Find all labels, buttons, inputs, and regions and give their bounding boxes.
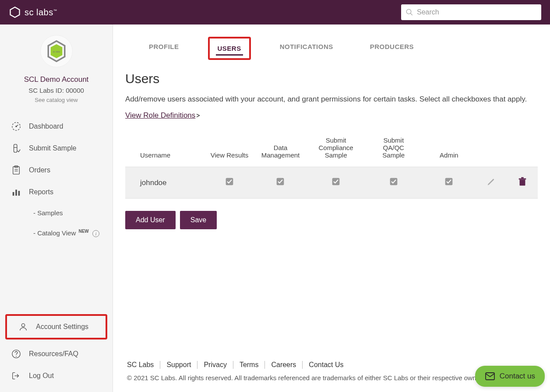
users-table: Username View Results Data Management Su…	[125, 132, 538, 199]
footer-link-privacy[interactable]: Privacy	[197, 361, 233, 369]
view-role-definitions-link[interactable]: View Role Definitions	[125, 111, 195, 120]
svg-text:sc labs: sc labs	[53, 50, 60, 53]
page-description: Add/remove users associated with your ac…	[125, 93, 538, 105]
button-row: Add User Save	[125, 211, 538, 229]
help-icon	[11, 349, 21, 359]
mail-icon	[485, 371, 495, 382]
col-admin: Admin	[423, 132, 476, 167]
col-data-mgmt: Data Management	[254, 132, 307, 167]
nav-account-settings-label: Account Settings	[36, 323, 88, 331]
new-badge: NEW	[78, 229, 88, 234]
svg-marker-0	[11, 7, 20, 17]
svg-point-1	[406, 9, 411, 14]
nav-resources-label: Resources/FAQ	[29, 350, 78, 358]
col-username: Username	[125, 132, 205, 167]
vial-icon	[11, 144, 21, 153]
svg-rect-9	[14, 144, 17, 152]
search-icon	[405, 8, 413, 16]
nav-reports[interactable]: Reports	[0, 181, 113, 203]
header: sc labs™	[0, 0, 550, 24]
edit-icon[interactable]	[487, 177, 496, 186]
see-catalog-view-link[interactable]: See catalog view	[7, 97, 106, 103]
footer-link-contact[interactable]: Contact Us	[303, 361, 349, 369]
search-container	[401, 4, 541, 20]
avatar-hex-icon: sc labs	[46, 40, 67, 62]
clipboard-icon	[11, 165, 21, 175]
search-input[interactable]	[401, 4, 541, 20]
footer-link-terms[interactable]: Terms	[233, 361, 265, 369]
nav-samples-label: - Samples	[33, 209, 63, 217]
logout-icon	[11, 371, 21, 381]
nav-samples[interactable]: - Samples	[0, 203, 113, 223]
checkbox-checked-icon[interactable]	[389, 177, 398, 186]
svg-rect-27	[519, 180, 525, 186]
footer-links: SC Labs Support Privacy Terms Careers Co…	[125, 361, 538, 369]
tab-profile[interactable]: PROFILE	[141, 37, 187, 60]
footer-link-sclabs[interactable]: SC Labs	[125, 361, 160, 369]
footer-link-support[interactable]: Support	[160, 361, 197, 369]
nav-submit-sample-label: Submit Sample	[29, 144, 77, 152]
svg-point-18	[21, 324, 25, 327]
nav-dashboard-label: Dashboard	[29, 122, 63, 130]
main-content: PROFILE USERS NOTIFICATIONS PRODUCERS Us…	[113, 24, 550, 392]
logo[interactable]: sc labs™	[9, 6, 57, 18]
footer-link-careers[interactable]: Careers	[265, 361, 303, 369]
tabs: PROFILE USERS NOTIFICATIONS PRODUCERS	[125, 37, 538, 60]
info-icon[interactable]: i	[92, 230, 99, 237]
svg-rect-16	[15, 190, 17, 196]
tab-notifications[interactable]: NOTIFICATIONS	[272, 37, 341, 60]
svg-point-20	[16, 356, 17, 357]
contact-us-widget[interactable]: Contact us	[475, 366, 545, 387]
account-avatar: sc labs	[40, 35, 73, 67]
chevron-right-icon: >	[196, 112, 200, 119]
logo-text: sc labs™	[25, 7, 57, 18]
account-id: SC Labs ID: 00000	[7, 87, 106, 94]
user-icon	[18, 322, 28, 332]
nav-dashboard[interactable]: Dashboard	[0, 116, 113, 137]
contact-us-label: Contact us	[500, 372, 535, 381]
nav-orders[interactable]: Orders	[0, 159, 113, 181]
svg-rect-11	[13, 167, 20, 174]
page-title: Users	[125, 71, 538, 86]
nav-secondary: Account Settings Resources/FAQ Log Out	[0, 314, 113, 392]
svg-rect-15	[13, 192, 14, 196]
sidebar: sc labs SCL Demo Account SC Labs ID: 000…	[0, 24, 113, 392]
tab-producers[interactable]: PRODUCERS	[362, 37, 422, 60]
nav-submit-sample[interactable]: Submit Sample	[0, 137, 113, 159]
cell-username: johndoe	[125, 167, 205, 199]
bar-chart-icon	[11, 187, 21, 197]
checkbox-checked-icon[interactable]	[225, 177, 234, 186]
col-qaqc: Submit QA/QC Sample	[365, 132, 423, 167]
checkbox-checked-icon[interactable]	[276, 177, 285, 186]
nav-account-settings[interactable]: Account Settings	[5, 314, 107, 340]
nav-reports-label: Reports	[29, 188, 53, 196]
account-name: SCL Demo Account	[7, 75, 106, 84]
svg-rect-17	[18, 191, 20, 196]
svg-line-2	[410, 13, 412, 15]
nav-catalog-view-label: - Catalog View	[33, 229, 76, 237]
tab-users[interactable]: USERS	[208, 37, 251, 60]
table-row: johndoe	[125, 167, 538, 199]
account-block: sc labs SCL Demo Account SC Labs ID: 000…	[0, 35, 113, 116]
checkbox-checked-icon[interactable]	[331, 177, 340, 186]
col-view-results: View Results	[205, 132, 254, 167]
logo-icon	[9, 6, 21, 18]
checkbox-checked-icon[interactable]	[444, 177, 453, 186]
add-user-button[interactable]: Add User	[125, 211, 176, 229]
nav-logout-label: Log Out	[29, 372, 54, 380]
nav-logout[interactable]: Log Out	[0, 365, 113, 387]
col-compliance: Submit Compliance Sample	[307, 132, 365, 167]
nav-catalog-view[interactable]: - Catalog View NEW i	[0, 223, 113, 243]
svg-rect-28	[518, 178, 526, 180]
gauge-icon	[11, 122, 21, 131]
svg-line-8	[16, 125, 18, 126]
nav-resources[interactable]: Resources/FAQ	[0, 343, 113, 365]
svg-rect-29	[521, 177, 524, 178]
nav-orders-label: Orders	[29, 166, 50, 174]
trash-icon[interactable]	[518, 177, 527, 186]
save-button[interactable]: Save	[180, 211, 217, 229]
nav-primary: Dashboard Submit Sample Orders Reports -…	[0, 116, 113, 243]
